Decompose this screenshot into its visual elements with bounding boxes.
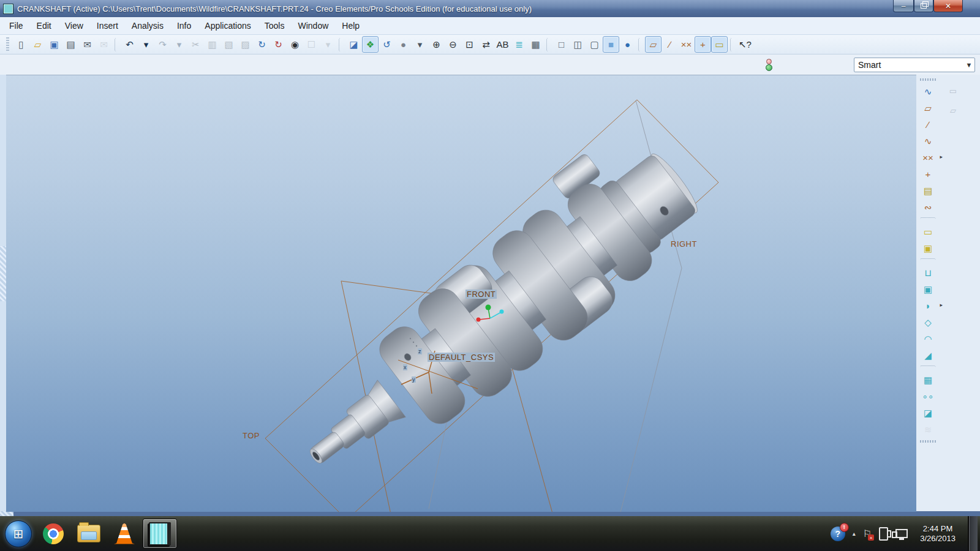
extrude-button[interactable]: ⊔ xyxy=(919,264,937,281)
annotation-feature-button[interactable]: ▣ xyxy=(919,240,937,257)
menu-analysis[interactable]: Analysis xyxy=(125,18,170,33)
select-rect-arrow[interactable]: ▾ xyxy=(320,36,336,53)
new-file-button[interactable]: ▯ xyxy=(13,36,29,53)
sweep-button[interactable]: ◗ xyxy=(919,298,937,314)
revolve-button[interactable]: ▣ xyxy=(919,281,937,298)
pattern-button[interactable]: ▦ xyxy=(919,372,937,388)
restore-button[interactable] xyxy=(914,0,933,12)
menu-view[interactable]: View xyxy=(58,18,90,33)
datum-axis-button[interactable]: ∕ xyxy=(919,116,937,133)
chevron-down-icon[interactable]: ▼ xyxy=(963,61,974,69)
layers-button[interactable]: ≣ xyxy=(511,36,527,53)
taskbar-vlc-button[interactable] xyxy=(107,519,141,549)
datum-label-front[interactable]: FRONT xyxy=(466,290,497,299)
zoom-out-button[interactable]: ⊖ xyxy=(445,36,461,53)
undo-menu-arrow[interactable]: ▾ xyxy=(138,36,154,53)
shaded-button[interactable]: ■ xyxy=(603,36,619,53)
regeneration-status-light-icon[interactable] xyxy=(764,58,772,71)
menu-tools[interactable]: Tools xyxy=(258,18,292,33)
orient-mode-button[interactable]: ↺ xyxy=(379,36,395,53)
taskbar-creo-button[interactable] xyxy=(143,519,177,549)
shade-menu-arrow[interactable]: ▾ xyxy=(412,36,428,53)
datum-csys-button[interactable]: + xyxy=(919,166,937,182)
menu-edit[interactable]: Edit xyxy=(30,18,58,33)
tray-power-icon[interactable] xyxy=(879,527,888,541)
datum-label-right[interactable]: RIGHT xyxy=(671,239,697,249)
round-button[interactable]: ◠ xyxy=(919,331,937,347)
selection-filter-value: Smart xyxy=(854,60,963,70)
redo-button[interactable]: ↷ xyxy=(154,36,171,53)
taskbar-chrome-button[interactable] xyxy=(36,519,70,549)
overflow-icon-2[interactable]: ▱ xyxy=(946,103,960,118)
saved-views-button[interactable]: AB xyxy=(494,36,511,53)
datum-planes-toggle[interactable]: ▱ xyxy=(645,36,662,53)
copy-button[interactable]: ▥ xyxy=(204,36,221,53)
minimize-button[interactable]: – xyxy=(893,0,914,12)
tray-hidden-icons-arrow[interactable]: ▴ xyxy=(853,530,856,537)
measure-button[interactable]: ▤ xyxy=(919,182,937,199)
undo-button[interactable]: ↶ xyxy=(121,36,138,53)
datum-curve-button[interactable]: ∿ xyxy=(919,133,937,149)
refit-button[interactable]: ⊡ xyxy=(461,36,478,53)
overflow-icon-1[interactable]: ▭ xyxy=(946,83,960,98)
repaint-button[interactable]: ◪ xyxy=(345,36,362,53)
no-hidden-button[interactable]: ▢ xyxy=(586,36,603,53)
start-button[interactable]: ⊞ xyxy=(5,520,32,547)
close-button[interactable]: ✕ xyxy=(933,0,963,12)
chamfer-button[interactable]: ◢ xyxy=(919,347,937,364)
menu-file[interactable]: File xyxy=(2,18,30,33)
email-link-button[interactable]: ✉ xyxy=(96,36,112,53)
regenerate-manager-button[interactable]: ↻ xyxy=(270,36,287,53)
hidden-line-button[interactable]: ◫ xyxy=(570,36,586,53)
menu-insert[interactable]: Insert xyxy=(90,18,125,33)
menu-applications[interactable]: Applications xyxy=(198,18,258,33)
selection-filter-combo[interactable]: Smart ▼ xyxy=(854,58,975,72)
select-rect-button[interactable]: ☐ xyxy=(303,36,320,53)
show-desktop-button[interactable] xyxy=(968,516,978,551)
context-help-button[interactable]: ↖? xyxy=(737,36,753,53)
taskbar-explorer-button[interactable] xyxy=(72,519,106,549)
sketch-tool-button[interactable]: ∿ xyxy=(919,83,937,100)
style-surface-button[interactable]: ≋ xyxy=(919,421,937,438)
annotations-toggle[interactable]: ▭ xyxy=(711,36,728,53)
view-orientation-button[interactable]: ⇄ xyxy=(478,36,494,53)
spin-center-button[interactable]: ❖ xyxy=(362,36,379,53)
tray-action-center-icon[interactable]: ⚐ xyxy=(863,528,872,539)
viewport-3d[interactable]: TOP RIGHT FRONT DEFAULT_CSYS z x y xyxy=(6,75,916,512)
toolbar-grip[interactable] xyxy=(6,37,9,52)
datum-csys-toggle[interactable]: + xyxy=(695,36,711,53)
print-button[interactable]: ▤ xyxy=(62,36,79,53)
zoom-in-button[interactable]: ⊕ xyxy=(428,36,445,53)
blend-button[interactable]: ◇ xyxy=(919,314,937,331)
view-manager-button[interactable]: ▦ xyxy=(527,36,544,53)
crankshaft-model[interactable] xyxy=(266,116,718,507)
redo-menu-arrow[interactable]: ▾ xyxy=(171,36,187,53)
print-mail-button[interactable]: ✉ xyxy=(79,36,96,53)
tray-network-icon[interactable] xyxy=(895,529,908,538)
wireframe-button[interactable]: □ xyxy=(553,36,570,53)
datum-plane-button[interactable]: ▱ xyxy=(919,100,937,116)
shaded-display-button[interactable]: ● xyxy=(395,36,412,53)
paste-special-button[interactable]: ▨ xyxy=(237,36,254,53)
datum-point-button[interactable]: ×× xyxy=(919,149,937,166)
datum-points-toggle[interactable]: ×× xyxy=(678,36,695,53)
tray-help-icon[interactable]: ? xyxy=(831,527,845,541)
cut-button[interactable]: ✂ xyxy=(187,36,204,53)
find-button[interactable]: ◉ xyxy=(287,36,303,53)
open-button[interactable]: ▱ xyxy=(29,36,46,53)
taskbar-clock[interactable]: 2:44 PM 3/26/2013 xyxy=(914,524,962,544)
csys-label[interactable]: DEFAULT_CSYS xyxy=(428,353,495,362)
save-button[interactable]: ▣ xyxy=(46,36,62,53)
mirror-button[interactable]: ∘∘ xyxy=(919,388,937,405)
enhanced-realism-button[interactable]: ● xyxy=(619,36,636,53)
paste-button[interactable]: ▧ xyxy=(221,36,237,53)
model-link-button[interactable]: ∾ xyxy=(919,199,937,216)
menu-help[interactable]: Help xyxy=(335,18,366,33)
datum-label-top[interactable]: TOP xyxy=(243,431,260,440)
menu-window[interactable]: Window xyxy=(291,18,335,33)
annotation-button[interactable]: ▭ xyxy=(919,223,937,240)
menu-info[interactable]: Info xyxy=(170,18,198,33)
regenerate-button[interactable]: ↻ xyxy=(254,36,270,53)
draft-button[interactable]: ◪ xyxy=(919,405,937,421)
datum-axes-toggle[interactable]: ∕ xyxy=(662,36,678,53)
